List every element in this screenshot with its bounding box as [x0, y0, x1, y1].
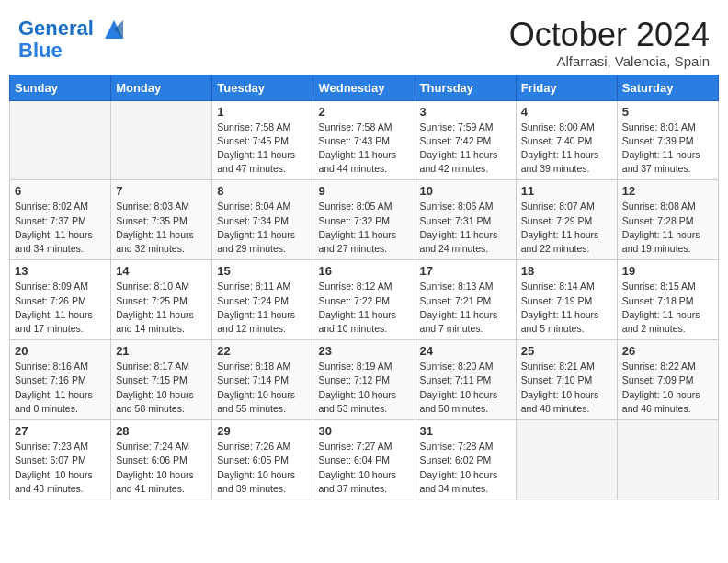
day-info: Sunrise: 8:09 AMSunset: 7:26 PMDaylight:…	[15, 280, 106, 336]
calendar-cell: 25Sunrise: 8:21 AMSunset: 7:10 PMDayligh…	[516, 340, 617, 420]
day-of-week-header: Wednesday	[313, 75, 415, 100]
calendar-table: SundayMondayTuesdayWednesdayThursdayFrid…	[9, 75, 719, 500]
day-info: Sunrise: 8:13 AMSunset: 7:21 PMDaylight:…	[420, 280, 511, 336]
calendar-cell: 9Sunrise: 8:05 AMSunset: 7:32 PMDaylight…	[313, 180, 415, 260]
day-number: 27	[15, 424, 106, 438]
calendar-cell: 2Sunrise: 7:58 AMSunset: 7:43 PMDaylight…	[313, 100, 415, 180]
calendar-cell: 30Sunrise: 7:27 AMSunset: 6:04 PMDayligh…	[313, 420, 415, 500]
day-info: Sunrise: 7:58 AMSunset: 7:43 PMDaylight:…	[318, 121, 409, 177]
calendar-cell: 15Sunrise: 8:11 AMSunset: 7:24 PMDayligh…	[212, 260, 313, 340]
logo: General Blue	[18, 17, 127, 63]
calendar-week-row: 6Sunrise: 8:02 AMSunset: 7:37 PMDaylight…	[10, 180, 719, 260]
day-number: 2	[318, 105, 409, 119]
calendar-cell: 6Sunrise: 8:02 AMSunset: 7:37 PMDaylight…	[10, 180, 111, 260]
day-info: Sunrise: 8:18 AMSunset: 7:14 PMDaylight:…	[217, 360, 308, 416]
calendar-cell: 29Sunrise: 7:26 AMSunset: 6:05 PMDayligh…	[212, 420, 313, 500]
calendar-cell: 22Sunrise: 8:18 AMSunset: 7:14 PMDayligh…	[212, 340, 313, 420]
logo-icon	[101, 17, 127, 42]
day-of-week-header: Sunday	[10, 75, 111, 100]
day-number: 13	[15, 264, 106, 278]
day-number: 20	[15, 344, 106, 358]
calendar-week-row: 1Sunrise: 7:58 AMSunset: 7:45 PMDaylight…	[10, 100, 719, 180]
month-title: October 2024	[509, 17, 710, 53]
calendar-cell: 8Sunrise: 8:04 AMSunset: 7:34 PMDaylight…	[212, 180, 313, 260]
day-info: Sunrise: 8:05 AMSunset: 7:32 PMDaylight:…	[318, 200, 409, 256]
day-info: Sunrise: 8:14 AMSunset: 7:19 PMDaylight:…	[521, 280, 612, 336]
calendar-week-row: 27Sunrise: 7:23 AMSunset: 6:07 PMDayligh…	[10, 420, 719, 500]
calendar-week-row: 13Sunrise: 8:09 AMSunset: 7:26 PMDayligh…	[10, 260, 719, 340]
day-number: 28	[116, 424, 207, 438]
day-info: Sunrise: 8:04 AMSunset: 7:34 PMDaylight:…	[217, 200, 308, 256]
day-number: 19	[622, 264, 713, 278]
page-header: General Blue October 2024 Alfarrasi, Val…	[9, 9, 719, 75]
day-info: Sunrise: 8:12 AMSunset: 7:22 PMDaylight:…	[318, 280, 409, 336]
calendar-cell: 17Sunrise: 8:13 AMSunset: 7:21 PMDayligh…	[415, 260, 516, 340]
day-info: Sunrise: 8:16 AMSunset: 7:16 PMDaylight:…	[15, 360, 106, 416]
day-number: 12	[622, 184, 713, 198]
day-info: Sunrise: 7:27 AMSunset: 6:04 PMDaylight:…	[318, 440, 409, 496]
day-number: 21	[116, 344, 207, 358]
calendar-cell: 4Sunrise: 8:00 AMSunset: 7:40 PMDaylight…	[516, 100, 617, 180]
day-number: 29	[217, 424, 308, 438]
calendar-cell: 14Sunrise: 8:10 AMSunset: 7:25 PMDayligh…	[111, 260, 212, 340]
day-info: Sunrise: 7:26 AMSunset: 6:05 PMDaylight:…	[217, 440, 308, 496]
calendar-cell: 7Sunrise: 8:03 AMSunset: 7:35 PMDaylight…	[111, 180, 212, 260]
calendar-cell	[516, 420, 617, 500]
calendar-cell: 31Sunrise: 7:28 AMSunset: 6:02 PMDayligh…	[415, 420, 516, 500]
day-number: 1	[217, 105, 308, 119]
calendar-cell: 21Sunrise: 8:17 AMSunset: 7:15 PMDayligh…	[111, 340, 212, 420]
day-info: Sunrise: 8:06 AMSunset: 7:31 PMDaylight:…	[420, 200, 511, 256]
day-number: 24	[420, 344, 511, 358]
calendar-cell: 3Sunrise: 7:59 AMSunset: 7:42 PMDaylight…	[415, 100, 516, 180]
calendar-cell: 27Sunrise: 7:23 AMSunset: 6:07 PMDayligh…	[10, 420, 111, 500]
calendar-cell: 18Sunrise: 8:14 AMSunset: 7:19 PMDayligh…	[516, 260, 617, 340]
day-info: Sunrise: 8:15 AMSunset: 7:18 PMDaylight:…	[622, 280, 713, 336]
calendar-cell: 16Sunrise: 8:12 AMSunset: 7:22 PMDayligh…	[313, 260, 415, 340]
day-info: Sunrise: 8:07 AMSunset: 7:29 PMDaylight:…	[521, 200, 612, 256]
day-info: Sunrise: 8:11 AMSunset: 7:24 PMDaylight:…	[217, 280, 308, 336]
day-number: 30	[318, 424, 409, 438]
day-info: Sunrise: 7:24 AMSunset: 6:06 PMDaylight:…	[116, 440, 207, 496]
day-number: 3	[420, 105, 511, 119]
day-info: Sunrise: 7:59 AMSunset: 7:42 PMDaylight:…	[420, 121, 511, 177]
day-number: 14	[116, 264, 207, 278]
day-info: Sunrise: 7:28 AMSunset: 6:02 PMDaylight:…	[420, 440, 511, 496]
day-number: 23	[318, 344, 409, 358]
day-of-week-header: Friday	[516, 75, 617, 100]
calendar-cell: 20Sunrise: 8:16 AMSunset: 7:16 PMDayligh…	[10, 340, 111, 420]
calendar-cell: 12Sunrise: 8:08 AMSunset: 7:28 PMDayligh…	[617, 180, 718, 260]
calendar-cell: 11Sunrise: 8:07 AMSunset: 7:29 PMDayligh…	[516, 180, 617, 260]
day-info: Sunrise: 8:08 AMSunset: 7:28 PMDaylight:…	[622, 200, 713, 256]
calendar-cell: 19Sunrise: 8:15 AMSunset: 7:18 PMDayligh…	[617, 260, 718, 340]
calendar-header-row: SundayMondayTuesdayWednesdayThursdayFrid…	[10, 75, 719, 100]
day-number: 7	[116, 184, 207, 198]
day-of-week-header: Tuesday	[212, 75, 313, 100]
calendar-cell	[111, 100, 212, 180]
day-of-week-header: Saturday	[617, 75, 718, 100]
day-number: 6	[15, 184, 106, 198]
day-info: Sunrise: 8:00 AMSunset: 7:40 PMDaylight:…	[521, 121, 612, 177]
calendar-cell: 10Sunrise: 8:06 AMSunset: 7:31 PMDayligh…	[415, 180, 516, 260]
day-info: Sunrise: 8:21 AMSunset: 7:10 PMDaylight:…	[521, 360, 612, 416]
day-info: Sunrise: 8:20 AMSunset: 7:11 PMDaylight:…	[420, 360, 511, 416]
day-info: Sunrise: 8:17 AMSunset: 7:15 PMDaylight:…	[116, 360, 207, 416]
day-info: Sunrise: 8:10 AMSunset: 7:25 PMDaylight:…	[116, 280, 207, 336]
day-info: Sunrise: 8:22 AMSunset: 7:09 PMDaylight:…	[622, 360, 713, 416]
calendar-cell: 13Sunrise: 8:09 AMSunset: 7:26 PMDayligh…	[10, 260, 111, 340]
day-number: 11	[521, 184, 612, 198]
day-number: 9	[318, 184, 409, 198]
calendar-cell: 26Sunrise: 8:22 AMSunset: 7:09 PMDayligh…	[617, 340, 718, 420]
day-info: Sunrise: 7:58 AMSunset: 7:45 PMDaylight:…	[217, 121, 308, 177]
day-of-week-header: Thursday	[415, 75, 516, 100]
day-of-week-header: Monday	[111, 75, 212, 100]
calendar-cell: 5Sunrise: 8:01 AMSunset: 7:39 PMDaylight…	[617, 100, 718, 180]
calendar-cell: 23Sunrise: 8:19 AMSunset: 7:12 PMDayligh…	[313, 340, 415, 420]
day-number: 26	[622, 344, 713, 358]
calendar-cell: 28Sunrise: 7:24 AMSunset: 6:06 PMDayligh…	[111, 420, 212, 500]
day-info: Sunrise: 8:01 AMSunset: 7:39 PMDaylight:…	[622, 121, 713, 177]
day-number: 22	[217, 344, 308, 358]
calendar-cell: 1Sunrise: 7:58 AMSunset: 7:45 PMDaylight…	[212, 100, 313, 180]
day-number: 17	[420, 264, 511, 278]
day-number: 18	[521, 264, 612, 278]
day-info: Sunrise: 7:23 AMSunset: 6:07 PMDaylight:…	[15, 440, 106, 496]
